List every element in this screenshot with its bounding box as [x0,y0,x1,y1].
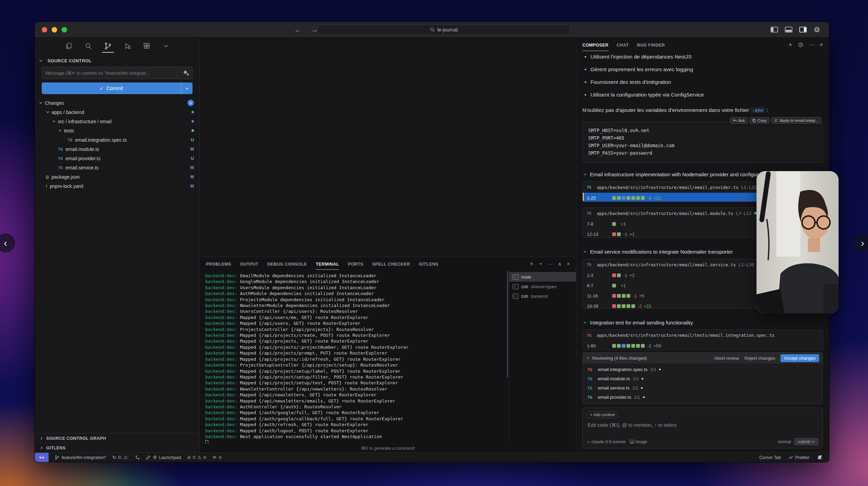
tree-row[interactable]: src / infrastructure / email [35,117,199,126]
explorer-icon[interactable] [64,41,74,53]
panel-tab[interactable]: TERMINAL [316,258,339,270]
collapsed-section[interactable]: GITLENS [35,443,199,452]
toggle-panel-icon[interactable] [785,27,792,33]
diff-hunk-row[interactable]: 1-60 -1 +59 [583,341,823,350]
terminal-output[interactable]: backend:dev: EmailModule dependencies in… [200,271,509,444]
panel-tab[interactable]: PORTS [348,258,363,270]
tree-row[interactable]: tests [35,126,199,135]
terminal-scrollbar[interactable] [507,271,508,378]
command-center-search[interactable]: le-journal [318,25,570,35]
commit-dropdown-button[interactable] [181,82,193,94]
prev-slide-button[interactable]: ‹ [0,233,15,253]
commit-message-input[interactable] [45,71,184,76]
tree-row[interactable]: TS email.service.ts M [35,163,199,172]
composer-tab[interactable]: CHAT [617,39,629,51]
bullet-item: •Fournissent des tests d'intégration [584,79,823,86]
env-code-block[interactable]: SMTP_HOST=ssl0.ovh.netSMTP_PORT=465SMTP_… [582,122,823,163]
tree-row[interactable]: ! pnpm-lock.yaml M [35,181,199,191]
composer-input-placeholder[interactable]: Edit code (⌘I), @ to mention, ↑ to selec… [588,422,818,428]
tree-row[interactable]: TS email.module.ts M [35,144,199,154]
next-slide-button[interactable]: › [853,233,868,253]
review-file-row[interactable]: TS email.module.ts 1/1 [583,374,823,383]
new-chat-button[interactable]: + [789,41,792,49]
terminal-session[interactable]: >_ zsh backend [509,291,576,301]
chevron-down-icon[interactable] [586,356,590,360]
chevron-down-icon[interactable] [39,59,43,63]
history-back-icon[interactable]: ← [294,25,302,34]
toggle-left-sidebar-icon[interactable] [771,27,778,33]
tree-row[interactable]: TS email.provider.ts U [35,154,199,163]
section-header-test[interactable]: Integration test for email sending funct… [583,320,823,325]
search-icon [430,27,435,32]
zoom-window-button[interactable] [62,27,67,33]
cursor-tab-item[interactable]: Cursor Tab [759,455,781,460]
model-selector[interactable]: claude-3.5-sonnet [587,439,626,444]
maximize-panel-icon[interactable]: ∧ [558,261,562,267]
settings-gear-icon[interactable]: ⚙ [814,26,820,33]
problems-item[interactable]: ⊘ 0 ⚠ 0 [187,455,206,460]
git-sync-item[interactable]: ↻ 0↓ 2↑ [113,455,129,460]
ask-button[interactable]: Ask [730,117,748,124]
file-type-icon: TS [588,395,592,399]
commit-button[interactable]: ✓ Commit [42,82,193,94]
collapsed-section[interactable]: SOURCE CONTROL GRAPH [35,433,199,443]
copy-button[interactable]: Copy [749,117,770,124]
diff-file-header[interactable]: TS apps/backend/src/infrastructure/email… [583,330,823,341]
new-terminal-button[interactable]: + [530,260,534,268]
editor-area[interactable] [200,38,576,257]
mode-label[interactable]: normal [778,439,791,444]
review-file-row[interactable]: TS email.integration.spec.ts 1/1 [583,365,823,374]
git-branch-item[interactable]: feature/llm-integration* [55,455,106,460]
tree-row[interactable]: TS email.integration.spec.ts U [35,135,199,144]
diff-squares [612,232,621,236]
panel-tab[interactable]: SPELL CHECKER [372,258,410,270]
search-panel-icon[interactable] [84,41,93,53]
close-window-button[interactable] [42,27,47,33]
commit-message-box [42,67,193,79]
review-file-row[interactable]: TS email.provider.ts 1/1 [583,393,823,402]
panel-tab[interactable]: PROBLEMS [206,258,231,270]
env-file-chip[interactable]: .env [750,107,765,113]
review-file-row[interactable]: TS email.service.ts 1/1 [583,383,823,393]
terminal-profile-chevron-icon[interactable] [539,262,542,266]
copy-icon [752,119,756,123]
prettier-item[interactable]: ✓✓ Prettier [788,455,810,460]
terminal-session[interactable]: >_ node [509,272,576,282]
submit-button[interactable]: submit ↵ [794,438,818,445]
close-panel-icon[interactable]: × [567,261,570,267]
add-context-button[interactable]: + Add context [587,411,618,418]
gitlens-compare-item[interactable] [135,455,140,460]
panel-tab[interactable]: GITLENS [419,258,438,270]
apply-button[interactable]: Apply to email.integr... [771,117,821,124]
generate-commit-message-icon[interactable] [184,71,189,75]
source-control-icon[interactable] [103,41,113,53]
composer-tab[interactable]: COMPOSER [582,39,608,51]
run-debug-icon[interactable] [123,41,132,53]
reject-changes-button[interactable]: Reject changes [745,356,775,361]
accept-changes-button[interactable]: Accept changes [780,354,819,362]
history-icon[interactable] [798,42,803,48]
panel-more-actions-icon[interactable]: ··· [548,261,553,267]
notifications-bell-icon[interactable] [817,455,822,460]
attach-image-button[interactable]: image [630,439,647,444]
history-forward-icon[interactable]: → [311,25,318,34]
ports-item[interactable]: 0 [212,455,221,460]
extensions-icon[interactable] [142,41,152,53]
minimize-window-button[interactable] [52,27,57,33]
composer-input-box[interactable]: + Add context Edit code (⌘I), @ to menti… [582,408,823,448]
remote-indicator[interactable]: >< [35,453,49,462]
panel-tab[interactable]: DEBUG CONSOLE [267,258,307,270]
composer-tab[interactable]: BUG FINDER [637,39,665,51]
toggle-right-sidebar-icon[interactable] [799,27,807,33]
close-composer-icon[interactable]: × [820,42,823,48]
tree-row[interactable]: Changes 6 [35,98,199,107]
launchpad-item[interactable]: Launchpad [146,455,181,460]
more-actions-icon[interactable]: ··· [809,42,814,48]
git-status-badge: M [190,165,194,170]
tree-row[interactable]: apps / backend [35,107,199,117]
panel-tab[interactable]: OUTPUT [240,258,259,270]
tree-row[interactable]: {} package.json M [35,172,199,181]
terminal-session[interactable]: >_ zsh shared-types [509,282,576,291]
abort-review-button[interactable]: Abort review [714,356,739,361]
more-views-chevron-icon[interactable] [162,41,170,52]
